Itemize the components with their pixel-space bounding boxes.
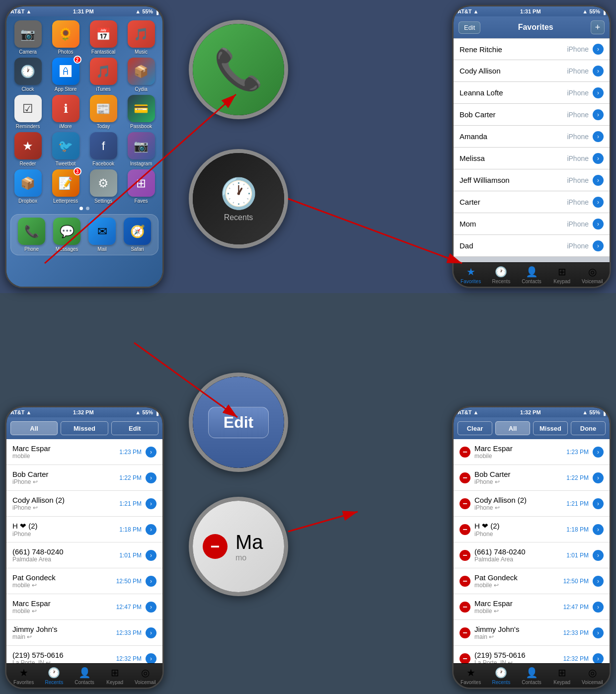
favorites-list-item[interactable]: Jeff Williamson iPhone ›: [454, 169, 610, 191]
tab-recents[interactable]: 🕐 Recents: [486, 665, 516, 687]
app-icon-faves[interactable]: ⊞Faves: [124, 169, 158, 204]
recent-chevron[interactable]: ›: [593, 524, 604, 535]
recent-list-item[interactable]: Cody Allison (2) iPhone ↩ 1:21 PM ›: [6, 491, 162, 517]
recent-chevron[interactable]: ›: [593, 602, 604, 613]
tab-keypad[interactable]: ⊞ Keypad: [547, 264, 577, 286]
dock-icon-safari[interactable]: 🧭 Safari: [124, 218, 151, 252]
favorites-list-item[interactable]: Dad iPhone ›: [454, 235, 610, 257]
delete-button[interactable]: −: [460, 576, 470, 587]
recent-list-item[interactable]: Pat Gondeck mobile ↩ 12:50 PM ›: [6, 568, 162, 594]
recent-list-item[interactable]: − Pat Gondeck mobile ↩ 12:50 PM ›: [454, 568, 610, 594]
tab-contacts[interactable]: 👤 Contacts: [516, 665, 546, 687]
dock-icon-phone[interactable]: 📞 Phone: [18, 218, 45, 252]
favorite-chevron[interactable]: ›: [593, 66, 604, 77]
recent-chevron[interactable]: ›: [593, 576, 604, 587]
app-icon-photos[interactable]: 🌻Photos: [48, 20, 83, 55]
seg-btn-edit-missed[interactable]: Missed: [533, 421, 568, 435]
recent-chevron[interactable]: ›: [146, 576, 156, 587]
app-icon-music[interactable]: 🎵Music: [124, 20, 158, 55]
dock-icon-mail[interactable]: ✉ Mail: [88, 218, 116, 252]
tab-voicemail[interactable]: ◎ Voicemail: [130, 665, 160, 687]
tab-favorites[interactable]: ★ Favorites: [456, 665, 486, 687]
recent-list-item[interactable]: − Jimmy John's main ↩ 12:33 PM ›: [454, 620, 610, 646]
tab-keypad[interactable]: ⊞ Keypad: [100, 665, 130, 687]
tab-contacts[interactable]: 👤 Contacts: [516, 264, 546, 286]
recent-chevron[interactable]: ›: [146, 498, 156, 509]
delete-button[interactable]: −: [460, 524, 470, 535]
app-icon-facebook[interactable]: fFacebook: [86, 132, 121, 166]
tab-contacts[interactable]: 👤 Contacts: [69, 665, 99, 687]
favorite-chevron[interactable]: ›: [593, 197, 604, 208]
favorite-chevron[interactable]: ›: [593, 240, 604, 251]
tab-voicemail[interactable]: ◎ Voicemail: [577, 264, 608, 286]
app-icon-letterpress[interactable]: 📝3Letterpress: [48, 169, 83, 204]
recent-chevron[interactable]: ›: [146, 472, 156, 483]
seg-btn-edit-all[interactable]: All: [495, 421, 530, 435]
app-icon-today[interactable]: 📰Today: [86, 95, 121, 129]
app-icon-reminders[interactable]: ☑Reminders: [10, 95, 45, 129]
tab-favorites[interactable]: ★ Favorites: [456, 264, 486, 286]
tab-favorites[interactable]: ★ Favorites: [8, 665, 39, 687]
delete-button[interactable]: −: [460, 627, 470, 638]
favorites-list-item[interactable]: Rene Ritchie iPhone ›: [454, 38, 610, 60]
favorites-list-item[interactable]: Melissa iPhone ›: [454, 148, 610, 169]
recent-chevron[interactable]: ›: [593, 550, 604, 561]
recent-chevron[interactable]: ›: [146, 653, 156, 664]
recent-list-item[interactable]: Jimmy John's main ↩ 12:33 PM ›: [6, 620, 162, 646]
recent-chevron[interactable]: ›: [593, 627, 604, 638]
edit-button-label-large[interactable]: Edit: [224, 413, 253, 431]
recent-list-item[interactable]: − (219) 575-0616 La Porte, IN ↩ 12:32 PM…: [454, 646, 610, 663]
favorites-list-item[interactable]: Leanna Lofte iPhone ›: [454, 82, 610, 104]
delete-icon-large[interactable]: −: [203, 534, 228, 559]
favorite-chevron[interactable]: ›: [593, 153, 604, 164]
recent-chevron[interactable]: ›: [146, 550, 156, 561]
recent-list-item[interactable]: − Bob Carter iPhone ↩ 1:22 PM ›: [454, 465, 610, 491]
app-icon-itunes[interactable]: 🎵iTunes: [86, 58, 121, 92]
seg-btn-edit-done[interactable]: Done: [571, 421, 606, 435]
delete-button[interactable]: −: [460, 447, 470, 458]
seg-btn-all[interactable]: All: [10, 421, 58, 435]
app-icon-passbook[interactable]: 💳Passbook: [124, 95, 158, 129]
recent-list-item[interactable]: − H ❤ (2) iPhone 1:18 PM ›: [454, 517, 610, 542]
favorite-chevron[interactable]: ›: [593, 44, 604, 55]
app-icon-imore[interactable]: ℹiMore: [48, 95, 83, 129]
delete-button[interactable]: −: [460, 472, 470, 483]
app-icon-reeder[interactable]: ★Reeder: [10, 132, 45, 166]
favorite-chevron[interactable]: ›: [593, 175, 604, 186]
app-icon-fantastical[interactable]: 📅Fantastical: [86, 20, 121, 55]
app-icon-instagram[interactable]: 📷Instagram: [124, 132, 158, 166]
tab-keypad[interactable]: ⊞ Keypad: [547, 665, 577, 687]
seg-btn-edit-clear[interactable]: Clear: [458, 421, 492, 435]
recent-list-item[interactable]: (661) 748-0240 Palmdale Area 1:01 PM ›: [6, 542, 162, 568]
delete-button[interactable]: −: [460, 550, 470, 561]
recent-list-item[interactable]: H ❤ (2) iPhone 1:18 PM ›: [6, 517, 162, 542]
recent-chevron[interactable]: ›: [593, 498, 604, 509]
recent-list-item[interactable]: Marc Espar mobile 1:23 PM ›: [6, 439, 162, 465]
favorite-chevron[interactable]: ›: [593, 131, 604, 142]
app-icon-settings[interactable]: ⚙Settings: [86, 169, 121, 204]
recent-list-item[interactable]: Bob Carter iPhone ↩ 1:22 PM ›: [6, 465, 162, 491]
favorites-list-item[interactable]: Carter iPhone ›: [454, 191, 610, 213]
recent-chevron[interactable]: ›: [593, 447, 604, 458]
favorites-list-item[interactable]: Amanda iPhone ›: [454, 126, 610, 148]
app-icon-cydia[interactable]: 📦Cydia: [124, 58, 158, 92]
favorite-chevron[interactable]: ›: [593, 219, 604, 230]
app-icon-clock[interactable]: 🕐Clock: [10, 58, 45, 92]
recent-chevron[interactable]: ›: [593, 653, 604, 664]
recent-chevron[interactable]: ›: [146, 447, 156, 458]
dock-icon-messages[interactable]: 💬 Messages: [53, 218, 80, 252]
recent-list-item[interactable]: − Marc Espar mobile ↩ 12:47 PM ›: [454, 594, 610, 620]
tab-recents[interactable]: 🕐 Recents: [39, 665, 69, 687]
favorites-list-item[interactable]: Bob Carter iPhone ›: [454, 104, 610, 126]
app-icon-camera[interactable]: 📷Camera: [10, 20, 45, 55]
recent-list-item[interactable]: − Marc Espar mobile 1:23 PM ›: [454, 439, 610, 465]
app-icon-tweetbot[interactable]: 🐦Tweetbot: [48, 132, 83, 166]
recent-chevron[interactable]: ›: [146, 627, 156, 638]
favorites-list-item[interactable]: Mom iPhone ›: [454, 213, 610, 235]
add-favorite-button[interactable]: +: [591, 20, 605, 34]
tab-recents[interactable]: 🕐 Recents: [486, 264, 516, 286]
recent-chevron[interactable]: ›: [593, 472, 604, 483]
tab-voicemail[interactable]: ◎ Voicemail: [577, 665, 608, 687]
delete-button[interactable]: −: [460, 653, 470, 664]
delete-button[interactable]: −: [460, 498, 470, 509]
